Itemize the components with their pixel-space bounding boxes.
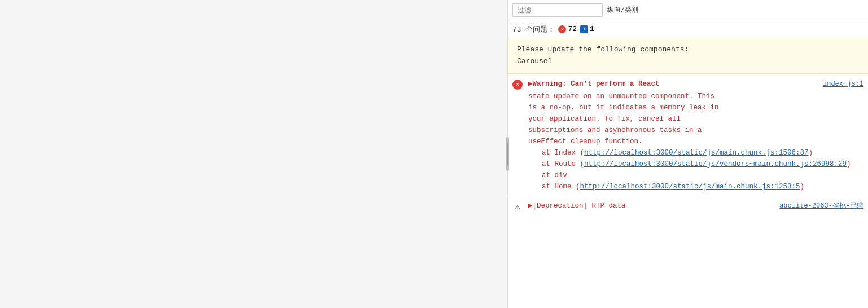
stack2-suffix: ) bbox=[847, 160, 851, 168]
problems-count: 73 个问题： bbox=[512, 24, 555, 34]
messages-area[interactable]: Please update the following components: … bbox=[508, 38, 868, 308]
toolbar-row: 纵向/类别 bbox=[508, 0, 868, 20]
stack-line-3: at div bbox=[542, 170, 863, 181]
warning-badge: i 1 bbox=[580, 25, 594, 33]
error-badge: ✕ 72 bbox=[558, 25, 577, 33]
warning-icon: i bbox=[580, 25, 588, 33]
error-body-line1: state update on an unmounted component. … bbox=[528, 91, 863, 102]
svg-rect-0 bbox=[507, 143, 508, 165]
stack4-suffix: ) bbox=[800, 183, 805, 191]
error-entry: ✕ ▶Warning: Can't perform a React index.… bbox=[508, 74, 868, 197]
filter-input[interactable] bbox=[512, 3, 603, 17]
deprecation-entry: ⚠️ ▶[Deprecation] RTP data abclite-2063-… bbox=[508, 197, 868, 217]
stack1-link[interactable]: http://localhost:3000/static/js/main.chu… bbox=[584, 149, 809, 157]
stack-line-2: at Route (http://localhost:3000/static/j… bbox=[542, 159, 863, 170]
error-body-line5: useEffect cleanup function. bbox=[528, 136, 863, 147]
deprecation-text[interactable]: ▶[Deprecation] RTP data bbox=[528, 201, 626, 210]
info-line1: Please update the following components: bbox=[517, 44, 859, 56]
stack-line-1: at Index (http://localhost:3000/static/j… bbox=[542, 147, 863, 159]
error-icon: ✕ bbox=[558, 25, 566, 33]
deprecation-content: ▶[Deprecation] RTP data abclite-2063-省挑-… bbox=[528, 201, 863, 210]
drag-handle[interactable] bbox=[506, 137, 509, 171]
error-title[interactable]: ▶Warning: Can't perform a React bbox=[528, 78, 660, 90]
deprecation-icon: ⚠️ bbox=[512, 202, 524, 213]
stack2-prefix: at Route ( bbox=[542, 160, 584, 168]
error-content: ▶Warning: Can't perform a React index.js… bbox=[528, 78, 863, 192]
stack1-prefix: at Index ( bbox=[542, 149, 584, 157]
warning-count: 1 bbox=[590, 25, 594, 33]
error-body: state update on an unmounted component. … bbox=[528, 91, 863, 147]
error-body-line4: subscriptions and asynchronous tasks in … bbox=[528, 125, 863, 136]
error-count: 72 bbox=[568, 25, 577, 33]
error-title-line: ▶Warning: Can't perform a React index.js… bbox=[528, 78, 863, 90]
info-message: Please update the following components: … bbox=[508, 38, 868, 74]
problems-row: 73 个问题： ✕ 72 i 1 bbox=[508, 20, 868, 38]
stack4-prefix: at Home ( bbox=[542, 183, 580, 191]
stack-line-4: at Home (http://localhost:3000/static/js… bbox=[542, 181, 863, 192]
error-source-link[interactable]: index.js:1 bbox=[823, 79, 863, 90]
error-circle-icon: ✕ bbox=[512, 80, 523, 90]
right-panel: 纵向/类别 73 个问题： ✕ 72 i 1 Please update the… bbox=[508, 0, 868, 308]
stack4-link[interactable]: http://localhost:3000/static/js/main.chu… bbox=[580, 183, 800, 191]
error-body-line2: is a no-op, but it indicates a memory le… bbox=[528, 102, 863, 113]
stack1-suffix: ) bbox=[809, 149, 813, 157]
category-label: 纵向/类别 bbox=[607, 5, 638, 15]
error-body-line3: your application. To fix, cancel all bbox=[528, 113, 863, 125]
info-line2: Carousel bbox=[517, 56, 859, 68]
warning-triangle: ⚠️ bbox=[512, 202, 523, 212]
error-entry-icon: ✕ bbox=[512, 80, 524, 91]
stack2-link[interactable]: http://localhost:3000/static/js/vendors~… bbox=[584, 160, 847, 168]
deprecation-source-link[interactable]: abclite-2063-省挑-已缮 bbox=[779, 201, 863, 210]
left-panel bbox=[0, 0, 508, 308]
